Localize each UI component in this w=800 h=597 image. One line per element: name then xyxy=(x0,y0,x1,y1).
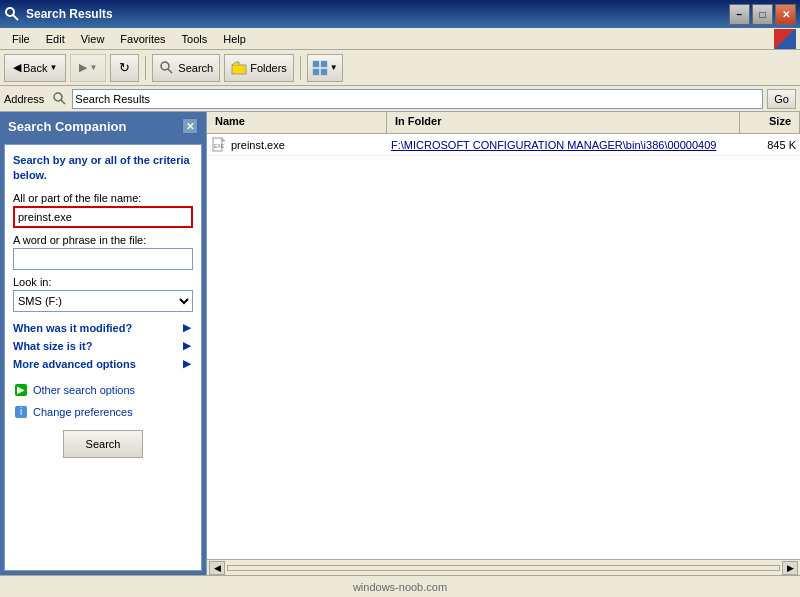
back-arrow-icon: ◀ xyxy=(13,61,21,74)
menu-favorites[interactable]: Favorites xyxy=(112,31,173,47)
menu-file[interactable]: File xyxy=(4,31,38,47)
addressbar: Address Search Results Go xyxy=(0,86,800,112)
statusbar: windows-noob.com xyxy=(0,575,800,597)
file-name-cell: EXE preinst.exe xyxy=(207,137,387,153)
forward-dropdown-icon[interactable]: ▼ xyxy=(89,63,97,72)
sidebar-body: Search by any or all of the criteria bel… xyxy=(4,144,202,571)
sidebar-title: Search Companion xyxy=(8,119,126,134)
svg-text:EXE: EXE xyxy=(214,143,225,149)
main-content: Search Companion ✕ Search by any or all … xyxy=(0,112,800,575)
file-name: preinst.exe xyxy=(231,139,285,151)
go-button[interactable]: Go xyxy=(767,89,796,109)
file-list: EXE preinst.exe F:\MICROSOFT CONFIGURATI… xyxy=(207,134,800,559)
svg-marker-16 xyxy=(222,138,225,141)
svg-line-3 xyxy=(168,69,172,73)
svg-rect-4 xyxy=(232,65,246,74)
svg-rect-7 xyxy=(313,69,319,75)
filename-input[interactable] xyxy=(13,206,193,228)
svg-text:▶: ▶ xyxy=(17,384,25,395)
address-label: Address xyxy=(4,93,48,105)
svg-rect-8 xyxy=(321,69,327,75)
address-icon xyxy=(52,91,68,107)
when-modified-label: When was it modified? xyxy=(13,322,132,334)
filename-label: All or part of the file name: xyxy=(13,192,193,204)
close-button[interactable]: ✕ xyxy=(775,4,796,25)
app-icon xyxy=(4,6,20,22)
what-size-arrow-icon: ▶ xyxy=(181,340,193,352)
scroll-left-button[interactable]: ◀ xyxy=(209,561,225,575)
what-size-label: What size is it? xyxy=(13,340,92,352)
toolbar-separator-1 xyxy=(145,56,146,80)
forward-button[interactable]: ▶ ▼ xyxy=(70,54,106,82)
folders-icon xyxy=(231,60,247,76)
back-label: Back xyxy=(23,62,47,74)
view-dropdown[interactable]: ▼ xyxy=(307,54,343,82)
back-button[interactable]: ◀ Back ▼ xyxy=(4,54,66,82)
sidebar-close-button[interactable]: ✕ xyxy=(182,118,198,134)
other-search-row[interactable]: ▶ Other search options xyxy=(13,380,193,400)
more-advanced-label: More advanced options xyxy=(13,358,136,370)
menu-help[interactable]: Help xyxy=(215,31,254,47)
more-advanced-arrow-icon: ▶ xyxy=(181,358,193,370)
window-title: Search Results xyxy=(26,7,729,21)
file-panel: Name In Folder Size EXE preinst.exe F:\M… xyxy=(207,112,800,575)
folders-button[interactable]: Folders xyxy=(224,54,294,82)
what-size-row[interactable]: What size is it? ▶ xyxy=(13,338,193,354)
search-label: Search xyxy=(178,62,213,74)
sidebar-heading: Search by any or all of the criteria bel… xyxy=(13,153,193,184)
when-modified-arrow-icon: ▶ xyxy=(181,322,193,334)
change-prefs-icon: i xyxy=(13,404,29,420)
windows-flag-icon xyxy=(774,29,796,49)
minimize-button[interactable]: − xyxy=(729,4,750,25)
svg-point-2 xyxy=(161,62,169,70)
menu-tools[interactable]: Tools xyxy=(174,31,216,47)
titlebar-buttons: − □ ✕ xyxy=(729,4,796,25)
view-dropdown-arrow: ▼ xyxy=(330,63,338,72)
scrollbar-track xyxy=(227,565,780,571)
file-size-cell: 845 K xyxy=(740,139,800,151)
search-companion-sidebar: Search Companion ✕ Search by any or all … xyxy=(0,112,207,575)
column-header-size[interactable]: Size xyxy=(740,112,800,133)
phrase-input[interactable] xyxy=(13,248,193,270)
search-button[interactable]: Search xyxy=(63,430,143,458)
svg-line-1 xyxy=(13,15,18,20)
change-prefs-row[interactable]: i Change preferences xyxy=(13,402,193,422)
menu-view[interactable]: View xyxy=(73,31,113,47)
phrase-label: A word or phrase in the file: xyxy=(13,234,193,246)
scroll-right-button[interactable]: ▶ xyxy=(782,561,798,575)
column-header-folder[interactable]: In Folder xyxy=(387,112,740,133)
search-button[interactable]: Search xyxy=(152,54,220,82)
lookin-select[interactable]: SMS (F:) My Computer Local Hard Drives D… xyxy=(13,290,193,312)
more-advanced-row[interactable]: More advanced options ▶ xyxy=(13,356,193,372)
svg-line-10 xyxy=(61,100,65,104)
horizontal-scrollbar[interactable]: ◀ ▶ xyxy=(207,559,800,575)
column-header-name[interactable]: Name xyxy=(207,112,387,133)
change-prefs-label: Change preferences xyxy=(33,406,133,418)
table-row[interactable]: EXE preinst.exe F:\MICROSOFT CONFIGURATI… xyxy=(207,134,800,156)
svg-point-0 xyxy=(6,8,14,16)
file-list-header: Name In Folder Size xyxy=(207,112,800,134)
svg-text:i: i xyxy=(20,406,22,417)
toolbar-separator-2 xyxy=(300,56,301,80)
lookin-label: Look in: xyxy=(13,276,193,288)
back-dropdown-icon[interactable]: ▼ xyxy=(49,63,57,72)
address-input[interactable]: Search Results xyxy=(72,89,763,109)
maximize-button[interactable]: □ xyxy=(752,4,773,25)
menubar: File Edit View Favorites Tools Help xyxy=(0,28,800,50)
other-search-label: Other search options xyxy=(33,384,135,396)
file-folder-cell: F:\MICROSOFT CONFIGURATION MANAGER\bin\i… xyxy=(387,139,740,151)
refresh-button[interactable]: ↻ xyxy=(110,54,139,82)
file-icon: EXE xyxy=(211,137,227,153)
svg-rect-5 xyxy=(313,61,319,67)
titlebar: Search Results − □ ✕ xyxy=(0,0,800,28)
when-modified-row[interactable]: When was it modified? ▶ xyxy=(13,320,193,336)
svg-rect-6 xyxy=(321,61,327,67)
toolbar: ◀ Back ▼ ▶ ▼ ↻ Search Folders ▼ xyxy=(0,50,800,86)
svg-point-9 xyxy=(54,93,62,101)
menu-edit[interactable]: Edit xyxy=(38,31,73,47)
other-search-icon: ▶ xyxy=(13,382,29,398)
folders-label: Folders xyxy=(250,62,287,74)
statusbar-text: windows-noob.com xyxy=(8,581,792,593)
sidebar-header: Search Companion ✕ xyxy=(0,112,206,140)
forward-arrow-icon: ▶ xyxy=(79,61,87,74)
